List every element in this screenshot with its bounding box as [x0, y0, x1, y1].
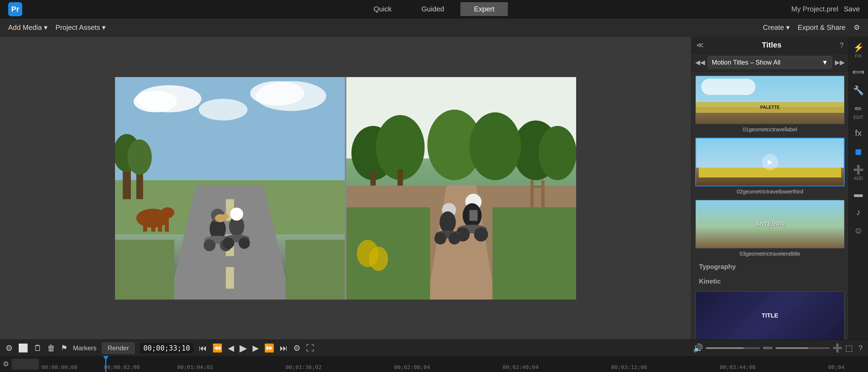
playback-bar: ⚙ ⬜ 🗒 🗑 ⚑ Markers Render 00;00;33;10 ⏮ ⏪… [0, 340, 868, 356]
timemark-2: 00;01:04;02 [177, 364, 213, 370]
color-icon: ◼ [855, 146, 862, 157]
zoom-track[interactable] [775, 347, 830, 349]
settings-button[interactable]: ⚙ [854, 23, 860, 32]
svg-point-22 [161, 207, 175, 218]
tool-options-button[interactable]: ⚙ [5, 343, 13, 353]
project-assets-button[interactable]: Project Assets ▾ [56, 23, 106, 32]
save-button[interactable]: Save [844, 5, 860, 13]
wrench-icon: 🔧 [853, 85, 864, 95]
clip-button[interactable]: 🗒 [34, 343, 42, 353]
clip-settings-button[interactable]: ⚙ [293, 343, 301, 353]
zoom-fill [775, 347, 808, 349]
title-thumb-1[interactable]: PALETTE [695, 75, 845, 124]
markers-flag-icon: ⚑ [61, 343, 67, 352]
fullscreen-button[interactable]: ⛶ [306, 343, 314, 353]
mode-quick[interactable]: Quick [360, 2, 405, 16]
title-thumb-kinetic[interactable]: TITLE [695, 291, 845, 339]
mode-guided[interactable]: Guided [408, 2, 458, 16]
edit-button[interactable]: ✏ EDIT [854, 104, 863, 120]
top-bar-right: My Project.prel Save [791, 5, 860, 13]
frame-back-button[interactable]: ◀ [228, 343, 234, 353]
step-back-button[interactable]: ⏪ [212, 343, 222, 353]
timeline-settings-button[interactable]: ⚙ [3, 360, 9, 368]
edit-label: EDIT [854, 115, 863, 120]
fx-icon: fx [855, 128, 862, 138]
top-bar-left: Pr [8, 2, 22, 16]
main-toolbar: Add Media ▾ Project Assets ▾ Create ▾ Ex… [0, 19, 868, 37]
title-item-1[interactable]: PALETTE 01geometrictravellabel [695, 75, 845, 133]
zoom-out-button[interactable]: ➖ [763, 343, 773, 353]
nav-arrow-right[interactable]: ▶▶ [835, 59, 845, 66]
section-kinetic: Kinetic [695, 277, 845, 286]
help-button[interactable]: ? [858, 344, 863, 352]
audio-button[interactable]: ♪ [856, 207, 861, 217]
volume-fill [706, 347, 744, 349]
fix-button[interactable]: ⚡ FIX [853, 42, 864, 59]
svg-point-62 [435, 232, 446, 245]
collapse-right-button[interactable]: ⟺ [852, 67, 865, 77]
play-button[interactable]: ▶ [240, 342, 247, 354]
timeline-left-tools: ⚙ [3, 359, 41, 370]
title-item-kinetic[interactable]: TITLE [695, 291, 845, 339]
timeline-ruler[interactable]: 00:00:00;00 00;00:02;00 00;01:04;02 00;0… [41, 356, 868, 372]
top-bar: Pr Quick Guided Expert My Project.prel S… [0, 0, 868, 19]
project-assets-label: Project Assets ▾ [56, 23, 106, 32]
timemark-5: 00;02:40;04 [503, 364, 538, 370]
go-end-button[interactable]: ⏭ [280, 343, 288, 353]
svg-point-31 [223, 238, 235, 249]
thumb3-title-text: ARTERRA [756, 221, 784, 228]
titles-panel-title: Titles [762, 41, 781, 50]
svg-point-29 [230, 208, 243, 221]
mode-expert[interactable]: Expert [461, 2, 508, 16]
bottom-controls: ⚙ ⬜ 🗒 🗑 ⚑ Markers Render 00;00;33;10 ⏮ ⏪… [0, 339, 868, 372]
color-button[interactable]: ◼ [855, 146, 862, 157]
svg-rect-18 [143, 218, 147, 232]
title-item-3[interactable]: ARTERRA 03geometrictravelendtitle [695, 200, 845, 257]
delete-button[interactable]: 🗑 [47, 343, 55, 353]
fit-button[interactable]: ⬚ [845, 343, 853, 353]
svg-point-63 [448, 232, 461, 245]
titles-panel-collapse-left[interactable]: ≪ [696, 41, 704, 50]
emoji-button[interactable]: ☺ [854, 225, 863, 236]
media-icon: ▬ [854, 189, 863, 199]
export-button[interactable]: Export & Share [798, 23, 845, 32]
add-button[interactable]: ➕ ADD [853, 165, 864, 181]
timemark-4: 00;02:08;04 [394, 364, 430, 370]
svg-rect-12 [286, 240, 345, 300]
svg-rect-58 [469, 210, 478, 221]
add-media-button[interactable]: Add Media ▾ [8, 23, 48, 32]
timemark-0: 00:00:00;00 [41, 364, 77, 370]
create-button[interactable]: Create ▾ [763, 23, 789, 32]
step-fwd-button[interactable]: ⏩ [264, 343, 274, 353]
timemark-3: 00;01:36;02 [286, 364, 321, 370]
zoom-in-button[interactable]: ➕ [833, 343, 842, 353]
playhead[interactable] [105, 356, 106, 372]
title-label-3: 03geometrictravelendtitle [695, 251, 845, 257]
titles-dropdown[interactable]: Motion Titles – Show All ▼ [708, 56, 832, 69]
svg-point-34 [222, 214, 229, 219]
media-button[interactable]: ▬ [854, 189, 863, 199]
render-button[interactable]: Render [102, 342, 135, 354]
edit-icon: ✏ [855, 104, 862, 114]
title-thumb-2[interactable]: ▶ [695, 137, 845, 186]
title-thumb-3[interactable]: ARTERRA [695, 200, 845, 249]
svg-point-39 [539, 126, 577, 180]
nav-arrow-left[interactable]: ◀◀ [695, 59, 705, 66]
svg-rect-49 [541, 180, 545, 207]
svg-point-26 [204, 239, 216, 251]
go-start-button[interactable]: ⏮ [199, 343, 207, 353]
volume-track[interactable] [706, 347, 760, 349]
video-right [346, 77, 576, 300]
add-label: ADD [854, 176, 863, 181]
add-media-label: Add Media ▾ [8, 23, 48, 32]
playhead-marker [103, 356, 108, 360]
frame-fwd-button[interactable]: ▶ [252, 343, 259, 353]
play-overlay-2[interactable]: ▶ [762, 154, 778, 170]
smart-trim-button[interactable]: ⬜ [18, 343, 28, 353]
tools-button[interactable]: 🔧 [853, 85, 864, 95]
mute-button[interactable]: 🔊 [693, 343, 703, 353]
waveform-toggle[interactable] [12, 359, 39, 370]
fx-button[interactable]: fx [855, 128, 862, 138]
titles-panel-help[interactable]: ? [840, 41, 844, 50]
title-item-2[interactable]: ▶ 02geometrictravellowerthird [695, 137, 845, 195]
